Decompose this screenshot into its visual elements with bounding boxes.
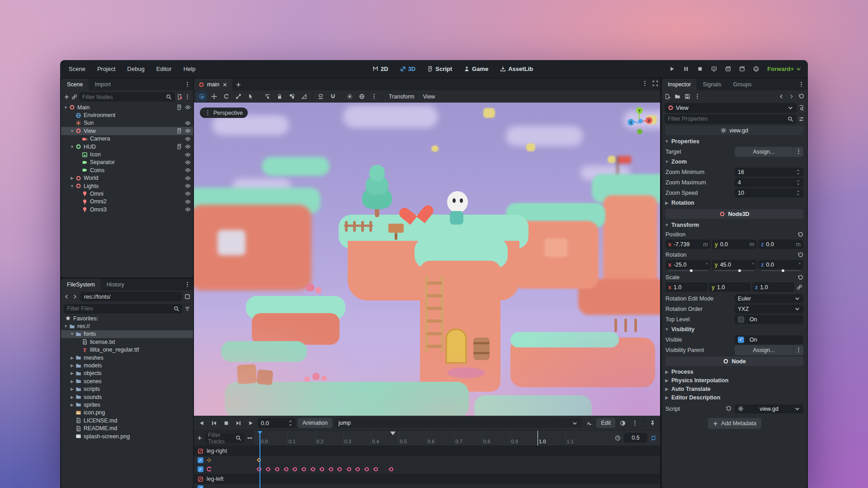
gizmo-y-axis[interactable]: Y — [636, 107, 643, 114]
scene-node-lights[interactable]: ▼Lights — [61, 182, 193, 190]
section-zoom[interactable]: ▼Zoom — [662, 157, 807, 167]
axis-x-field[interactable]: x-7.739m — [665, 239, 711, 249]
visibility-toggle-icon[interactable] — [185, 206, 191, 212]
scene-node-world[interactable]: ▶World — [61, 174, 193, 182]
new-resource-icon[interactable] — [665, 94, 670, 99]
add-node-button[interactable] — [64, 94, 70, 100]
animation-end-marker[interactable] — [390, 432, 396, 435]
inspector-tab-signals[interactable]: Signals — [697, 79, 727, 90]
add-track-icon[interactable] — [197, 435, 203, 441]
node3d-class-header[interactable]: Node3D — [665, 209, 803, 219]
tree-collapse-icon[interactable]: ▼ — [69, 145, 75, 149]
node-class-header[interactable]: Node — [665, 357, 803, 366]
axis-slider[interactable] — [715, 270, 755, 271]
track-partial[interactable]: ✓ — [194, 484, 660, 488]
pin-panel-icon[interactable] — [647, 418, 657, 428]
edit-button[interactable]: Edit — [596, 418, 615, 428]
axis-z-field[interactable]: z1.0 — [752, 282, 794, 292]
scene-node-hud[interactable]: ▼HUD — [61, 143, 193, 150]
filter-nodes-input[interactable]: Filter Nodes — [79, 92, 175, 102]
track-position[interactable]: ✓ — [194, 456, 660, 465]
axis-x-field[interactable]: x-25.0° — [665, 260, 711, 269]
gizmo-neg-z-axis[interactable] — [638, 119, 643, 123]
file-sounds[interactable]: ▶sounds — [61, 393, 193, 401]
loop-icon[interactable] — [651, 435, 656, 441]
attach-script-icon[interactable] — [177, 94, 183, 100]
timeline-ruler[interactable]: 0.00.10.20.30.40.50.60.70.80.91.01.1 — [254, 431, 660, 446]
visibility-toggle-icon[interactable] — [185, 120, 191, 126]
file-readme-md[interactable]: README.md — [61, 424, 193, 432]
tool-environment[interactable] — [356, 92, 367, 102]
autoplay-on-load-icon[interactable]: A — [584, 418, 594, 428]
inspector-menu-icon[interactable] — [798, 81, 804, 87]
axis-slider[interactable] — [668, 270, 708, 271]
scene-node-sun[interactable]: Sun — [61, 119, 193, 127]
rotation-fields[interactable]: x-25.0°y45.0°z0.0° — [665, 260, 803, 269]
file-license-md[interactable]: LICENSE.md — [61, 417, 193, 424]
axis-y-field[interactable]: y45.0° — [712, 260, 757, 269]
tool-dots[interactable] — [368, 92, 379, 102]
keyframe[interactable] — [328, 466, 334, 472]
scene-node-environment[interactable]: Environment — [61, 111, 193, 119]
scene-node-camera[interactable]: Camera — [61, 135, 193, 143]
gizmo-z-axis[interactable]: Z — [627, 119, 634, 126]
tool-select[interactable] — [196, 92, 207, 102]
animation-menu-icon[interactable] — [630, 418, 640, 428]
split-view-icon[interactable] — [184, 294, 190, 300]
workspace-tab-script[interactable]: Script — [424, 64, 456, 74]
save-resource-icon[interactable] — [684, 94, 690, 99]
stepper-icons[interactable] — [796, 179, 800, 186]
track-rotation[interactable]: ✓ — [194, 465, 660, 474]
play-from-end-icon[interactable] — [245, 418, 255, 428]
tool-scale[interactable] — [233, 92, 244, 102]
keyframe[interactable] — [301, 466, 307, 472]
property-tools-icon[interactable] — [798, 116, 804, 122]
perspective-menu[interactable]: Perspective — [200, 108, 248, 118]
tree-arrow-icon[interactable]: ▶ — [69, 356, 75, 360]
new-scene-tab-button[interactable] — [232, 79, 244, 90]
assign-target-button[interactable]: Assign... — [735, 147, 793, 157]
run-movie-icon[interactable] — [750, 64, 761, 75]
play-backwards-icon[interactable] — [209, 418, 219, 428]
file-sprites[interactable]: ▶sprites — [61, 401, 193, 408]
visibility-parent-options-icon[interactable] — [793, 345, 803, 355]
section-transform[interactable]: ▼Transform — [662, 220, 807, 230]
3d-viewport[interactable]: Perspective YZX — [194, 103, 660, 416]
visibility-toggle-icon[interactable] — [185, 199, 191, 205]
play-backwards-from-end-icon[interactable] — [197, 418, 207, 428]
tool-list-select[interactable] — [262, 92, 273, 102]
menu-help[interactable]: Help — [179, 64, 200, 74]
view-axis-gizmo[interactable]: YZX — [626, 106, 654, 135]
current-path[interactable]: res://fonts/ — [80, 292, 182, 301]
track-enabled-checkbox[interactable]: ✓ — [198, 466, 203, 472]
axis-z-field[interactable]: z0.0m — [758, 239, 803, 249]
scene-dock-tab-import[interactable]: Import — [89, 79, 116, 90]
visibility-toggle-icon[interactable] — [185, 175, 191, 181]
scene-dock-menu-icon[interactable] — [184, 81, 190, 87]
filesystem-tab-filesystem[interactable]: FileSystem — [61, 279, 101, 291]
keyframe[interactable] — [346, 466, 352, 472]
scene-node-coins[interactable]: Coins — [61, 166, 193, 174]
instance-scene-button[interactable] — [71, 94, 77, 100]
spinbox[interactable]: 16 — [735, 168, 803, 177]
viewport-menu-transform[interactable]: Transform — [385, 92, 418, 101]
axis-slider[interactable] — [761, 270, 801, 271]
visibility-toggle-icon[interactable] — [185, 160, 191, 165]
scene-node-main[interactable]: ▼Main — [61, 103, 193, 111]
link-scale-icon[interactable] — [797, 282, 802, 292]
keyframe[interactable] — [355, 466, 361, 472]
workspace-tab-game[interactable]: Game — [460, 64, 492, 74]
file-scripts[interactable]: ▶scripts — [61, 385, 193, 393]
gizmo-x-axis[interactable]: X — [646, 117, 652, 124]
tree-arrow-icon[interactable]: ▶ — [69, 395, 75, 399]
scene-tab-main[interactable]: main — [194, 79, 232, 90]
keyframe[interactable] — [373, 466, 379, 472]
filesystem-tab-history[interactable]: History — [101, 279, 130, 291]
section-auto-translate[interactable]: ▶Auto Translate — [662, 385, 807, 393]
tree-collapse-icon[interactable]: ▼ — [69, 129, 75, 133]
section-editor-description[interactable]: ▶Editor Description — [662, 393, 807, 402]
visible-checkbox[interactable]: ✓On — [735, 335, 803, 344]
tree-arrow-icon[interactable]: ▼ — [63, 324, 69, 328]
keyframe[interactable] — [265, 466, 271, 472]
filesystem-menu-icon[interactable] — [184, 282, 190, 287]
